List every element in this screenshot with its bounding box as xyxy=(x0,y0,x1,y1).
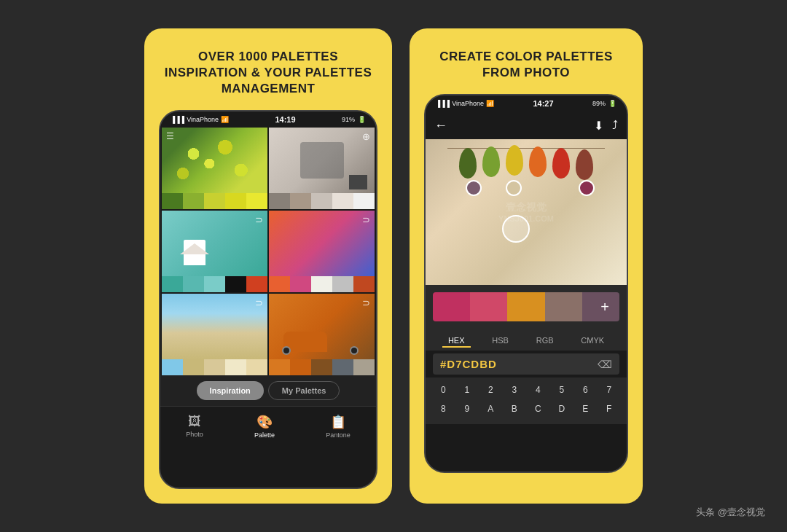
key-e[interactable]: E xyxy=(573,399,598,418)
palette-row-color-4[interactable] xyxy=(545,292,582,321)
key-6[interactable]: 6 xyxy=(573,380,598,399)
grid-item-2[interactable]: ⊕ xyxy=(269,128,375,209)
tab-palette[interactable]: 🎨 Palette xyxy=(254,414,275,439)
palette-color xyxy=(162,359,183,375)
share-icon-5: ⊃ xyxy=(255,297,263,308)
battery-icon-right: 🔋 xyxy=(608,100,616,107)
my-palettes-tab[interactable]: My Palettes xyxy=(268,381,340,400)
tab-rgb[interactable]: RGB xyxy=(530,335,560,348)
key-c[interactable]: C xyxy=(526,399,550,418)
palette-color xyxy=(225,359,246,375)
bottom-watermark: 头条 @壹念视觉 xyxy=(696,506,765,519)
battery-right: 89% xyxy=(592,100,606,107)
wifi-icon-r: 📶 xyxy=(486,100,494,107)
key-4[interactable]: 4 xyxy=(526,380,550,399)
color-mode-tabs: HEX HSB RGB CMYK xyxy=(426,329,627,351)
leaf-6 xyxy=(576,149,593,180)
bottom-nav: 🖼 Photo 🎨 Palette 📋 Pantone xyxy=(160,406,376,444)
dark-shape xyxy=(349,175,367,189)
teal-photo xyxy=(162,211,267,276)
leaf-2 xyxy=(482,146,500,177)
download-icon[interactable]: ⬇ xyxy=(594,119,603,133)
share-icon-6: ⊃ xyxy=(362,297,370,308)
palette-color xyxy=(353,359,375,375)
add-icon: ⊕ xyxy=(362,131,370,142)
leaf-5 xyxy=(552,148,570,179)
picker-circle-main[interactable] xyxy=(502,215,530,243)
signal-icon-r: ▐▐▐ xyxy=(436,100,450,107)
carrier-left: VinaPhone xyxy=(187,116,219,123)
palette-color xyxy=(183,359,204,375)
picker-circle-3[interactable] xyxy=(579,180,595,196)
key-b[interactable]: B xyxy=(503,399,527,418)
picker-circle-1[interactable] xyxy=(466,180,482,196)
menu-icon: ☰ xyxy=(166,131,174,141)
palette-color xyxy=(183,193,204,209)
grid-item-3[interactable]: ⊃ xyxy=(162,211,267,292)
right-status-bar: ▐▐▐ VinaPhone 📶 14:27 89% 🔋 xyxy=(426,95,627,112)
colorful-photo xyxy=(269,211,375,276)
grid-item-5[interactable]: ⊃ xyxy=(162,294,267,375)
battery-icon-left: 🔋 xyxy=(358,116,366,123)
palette-row xyxy=(433,292,619,321)
photo-area[interactable]: 壹念视觉 YNSJ001.COM xyxy=(426,139,627,285)
key-2[interactable]: 2 xyxy=(479,380,503,399)
palette-6 xyxy=(269,359,375,375)
inspiration-tab[interactable]: Inspiration xyxy=(197,381,264,400)
palette-color xyxy=(204,276,225,292)
left-card-title: OVER 1000 PALETTES INSPIRATION & YOUR PA… xyxy=(159,49,377,97)
tab-cmyk[interactable]: CMYK xyxy=(575,335,610,348)
tab-hex[interactable]: HEX xyxy=(442,335,471,348)
palette-color xyxy=(290,193,311,209)
key-a[interactable]: A xyxy=(479,399,503,418)
battery-left: 91% xyxy=(342,116,355,123)
key-7[interactable]: 7 xyxy=(598,380,622,399)
add-color-btn[interactable]: + xyxy=(600,299,609,316)
palette-color xyxy=(269,276,290,292)
palette-color xyxy=(162,276,183,292)
palette-row-color-3[interactable] xyxy=(507,292,544,321)
leaf-4 xyxy=(529,146,547,177)
grid-item-4[interactable]: ⊃ xyxy=(269,211,375,292)
picker-circle-2[interactable] xyxy=(506,180,522,196)
tab-pantone-label: Pantone xyxy=(326,431,351,439)
palette-row-color-2[interactable] xyxy=(470,292,507,321)
palette-color xyxy=(311,276,332,292)
tab-pantone[interactable]: 📋 Pantone xyxy=(326,414,351,439)
palette-color xyxy=(162,193,183,209)
grid-item-6[interactable]: ⊃ xyxy=(269,294,375,375)
key-8[interactable]: 8 xyxy=(431,399,455,418)
carrier-right: VinaPhone xyxy=(452,100,484,107)
palette-color xyxy=(225,193,246,209)
tab-photo[interactable]: 🖼 Photo xyxy=(186,414,203,438)
gray-photo xyxy=(269,128,375,193)
time-right: 14:27 xyxy=(533,99,553,108)
share-icon-4: ⊃ xyxy=(362,214,370,225)
palette-color xyxy=(353,276,375,292)
palette-color xyxy=(353,193,375,209)
share-header-icon[interactable]: ⤴ xyxy=(612,119,618,133)
palette-color xyxy=(311,359,332,375)
share-icon-3: ⊃ xyxy=(255,214,263,225)
grid-item-1[interactable]: ☰ xyxy=(162,128,267,209)
key-9[interactable]: 9 xyxy=(455,399,479,418)
key-d[interactable]: D xyxy=(550,399,574,418)
back-button[interactable]: ← xyxy=(434,118,447,133)
left-card: OVER 1000 PALETTES INSPIRATION & YOUR PA… xyxy=(144,28,392,504)
time-left: 14:19 xyxy=(275,115,295,124)
key-f[interactable]: F xyxy=(598,399,622,418)
pantone-icon: 📋 xyxy=(330,414,346,430)
tab-hsb[interactable]: HSB xyxy=(486,335,514,348)
key-5[interactable]: 5 xyxy=(550,380,574,399)
palette-row-color-1[interactable] xyxy=(433,292,470,321)
key-1[interactable]: 1 xyxy=(455,380,479,399)
key-0[interactable]: 0 xyxy=(431,380,455,399)
palette-color xyxy=(290,359,311,375)
left-phone: ▐▐▐ VinaPhone 📶 14:19 91% 🔋 xyxy=(159,110,377,489)
palette-4 xyxy=(269,276,375,292)
car-wheel-l xyxy=(282,346,291,355)
palette-color xyxy=(183,276,204,292)
key-3[interactable]: 3 xyxy=(503,380,527,399)
backspace-btn[interactable]: ⌫ xyxy=(598,359,612,370)
palette-color xyxy=(332,276,353,292)
